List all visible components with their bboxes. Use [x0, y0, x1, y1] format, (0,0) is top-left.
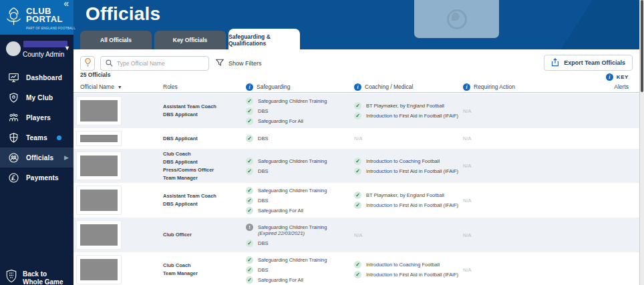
qualification-item: ✓Safeguarding Children Training [246, 256, 351, 264]
qualification-item: ✓Introduction to First Aid in Football (… [354, 112, 462, 119]
expired-warning-icon: ! [246, 224, 253, 231]
info-icon[interactable]: i [246, 83, 253, 91]
club-portal-app: CLUB PORTAL PART OF ENGLAND FOOTBALL « C… [0, 0, 644, 285]
logo-line-2: PORTAL [26, 15, 75, 23]
info-icon[interactable]: i [463, 83, 470, 91]
roles-cell: Club CoachDBS ApplicantPress/Comms Offic… [163, 149, 243, 183]
official-name-redacted[interactable] [77, 256, 121, 284]
sidebar-item-label: Dashboard [26, 74, 62, 81]
requiring-action-cell: N/A [463, 149, 472, 183]
column-header-alerts: Alerts [614, 81, 629, 93]
role-label: Club Coach [163, 262, 243, 269]
official-row: Club CoachDBS ApplicantPress/Comms Offic… [73, 149, 639, 183]
avatar [6, 41, 21, 56]
official-row: DBS Applicant✓DBSN/AN/A [73, 128, 639, 149]
redaction-box [80, 100, 118, 121]
redaction-box [80, 190, 118, 211]
check-icon: ✓ [354, 112, 361, 119]
role-label: Assistant Team Coach [163, 193, 243, 200]
safeguarding-cell: ✓DBS [246, 128, 351, 149]
sidebar-item-dashboard[interactable]: Dashboard [0, 67, 73, 87]
check-icon: ✓ [246, 266, 253, 274]
roles-cell: DBS Applicant [163, 128, 243, 149]
qualification-item: ✓DBS [246, 266, 351, 274]
back-to-whole-game-link[interactable]: Back to Whole Game [5, 269, 64, 285]
sidebar-item-teams[interactable]: Teams [0, 127, 73, 148]
coaching-medical-cell: N/A [354, 128, 363, 149]
officials-icon [8, 152, 19, 164]
requiring-action-cell: N/A [463, 128, 472, 149]
check-icon: ✓ [354, 102, 361, 109]
qualification-label: Introduction to Coaching Football [366, 261, 440, 268]
qualification-item: ✓Introduction to Coaching Football [354, 261, 462, 268]
official-name-redacted[interactable] [77, 97, 121, 125]
export-label: Export Team Officials [564, 59, 625, 66]
sidebar-item-payments[interactable]: Payments [0, 168, 73, 188]
tab-safeguarding-qualifications[interactable]: Safeguarding & Qualifications [228, 29, 300, 51]
official-name-redacted[interactable] [77, 186, 121, 214]
tab-all-officials[interactable]: All Officials [80, 31, 152, 49]
column-label: Official Name [80, 83, 114, 90]
scrollbar-thumb[interactable] [641, 0, 643, 92]
user-name-redacted [22, 39, 69, 49]
check-icon: ✓ [354, 202, 361, 209]
user-menu[interactable]: County Admin ▼ [0, 37, 73, 64]
sidebar-item-my-club[interactable]: My Club [0, 87, 73, 107]
column-header-safeguarding: i Safeguarding [246, 81, 291, 93]
search-input[interactable] [117, 60, 204, 67]
column-header-official-name[interactable]: Official Name ▼ [80, 81, 122, 93]
chevron-down-icon: ▼ [64, 45, 70, 51]
column-label: Roles [163, 83, 178, 90]
roles-cell: Assistant Team CoachDBS Applicant [163, 183, 243, 218]
collapse-sidebar-icon[interactable]: « [63, 0, 69, 9]
qualification-label: Introduction to First Aid in Football (I… [366, 168, 458, 175]
check-icon: ✓ [246, 117, 253, 125]
qualification-label: DBS [258, 197, 268, 204]
search-icon [106, 57, 113, 69]
safeguarding-cell: !Safeguarding Children Training (Expired… [246, 218, 351, 252]
qualification-item: ✓Introduction to First Aid in Football (… [354, 168, 462, 175]
official-name-redacted[interactable] [77, 131, 121, 146]
payments-icon [8, 172, 19, 184]
qualification-item: ✓DBS [246, 107, 351, 115]
roles-cell: Club CoachTeam Manager [163, 252, 243, 285]
tab-key-officials[interactable]: Key Officials [154, 31, 226, 49]
hint-lightbulb-button[interactable] [80, 56, 95, 71]
column-header-requiring-action: i Requiring Action [463, 81, 515, 93]
qualification-item: ✓Safeguarding For All [246, 207, 351, 214]
qualification-label: Introduction to Coaching Football [366, 158, 440, 165]
official-name-redacted[interactable] [77, 221, 121, 249]
qualification-label: Safeguarding Children Training [258, 97, 327, 105]
qualification-item: ✓DBS [246, 135, 351, 142]
export-icon [551, 58, 559, 68]
check-icon: ✓ [354, 271, 361, 278]
qualification-label: BT Playmaker, by England Football [366, 192, 444, 199]
notification-dot-icon [57, 135, 61, 140]
coaching-medical-cell: ✓BT Playmaker, by England Football✓Intro… [354, 183, 462, 218]
qualification-label: DBS [258, 266, 268, 274]
sidebar-item-label: Officials [26, 154, 53, 162]
key-legend-button[interactable]: i KEY [606, 73, 629, 81]
show-filters-button[interactable]: Show Filters [216, 59, 262, 68]
search-box [100, 56, 209, 71]
club-portal-crest-icon [5, 5, 23, 33]
official-name-redacted[interactable] [77, 152, 121, 180]
qualification-label: BT Playmaker, by England Football [366, 102, 444, 109]
tab-label: All Officials [100, 37, 132, 43]
main-area: Officials All OfficialsKey OfficialsSafe… [73, 0, 644, 285]
export-team-officials-button[interactable]: Export Team Officials [544, 55, 633, 71]
qualification-item: ✓Introduction to Coaching Football [354, 158, 462, 165]
sidebar-header: CLUB PORTAL PART OF ENGLAND FOOTBALL « [0, 0, 73, 35]
sidebar: CLUB PORTAL PART OF ENGLAND FOOTBALL « C… [0, 0, 73, 285]
coaching-medical-cell: ✓BT Playmaker, by England Football✓Intro… [354, 93, 462, 128]
role-label: Assistant Team Coach [163, 103, 243, 110]
officials-count: 25 Officials [80, 71, 110, 78]
sidebar-item-label: Players [26, 114, 51, 121]
qualification-item: ✓Safeguarding For All [246, 276, 351, 284]
info-icon[interactable]: i [354, 83, 361, 91]
sidebar-item-players[interactable]: Players [0, 107, 73, 127]
show-filters-label: Show Filters [228, 60, 262, 67]
sidebar-item-officials[interactable]: Officials▶ [0, 148, 73, 168]
vertical-scrollbar[interactable] [639, 0, 644, 285]
check-icon: ✓ [246, 207, 253, 214]
